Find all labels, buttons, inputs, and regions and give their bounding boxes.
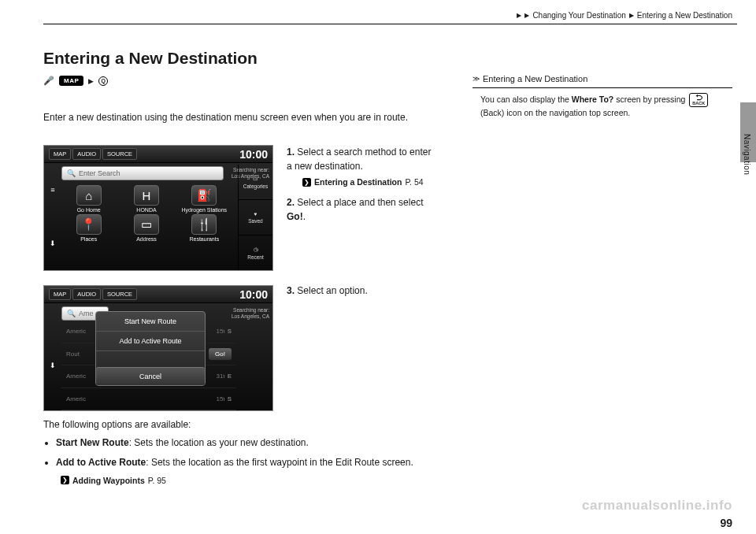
honda-logo-icon: H — [134, 185, 159, 206]
tab-audio[interactable]: AUDIO — [72, 288, 101, 300]
honda-button[interactable]: H HONDA — [119, 185, 173, 213]
list-item[interactable]: Americ 15℩ S — [61, 388, 236, 411]
search-input[interactable]: 🔍 Enter Search — [61, 166, 224, 180]
places-button[interactable]: 📍 Places — [61, 214, 116, 242]
chevron-right-icon: ▶ — [88, 77, 94, 85]
tab-source[interactable]: SOURCE — [102, 148, 137, 160]
section-label: Navigation — [743, 134, 751, 175]
search-icon: 🔍 — [67, 310, 76, 317]
route-popup: Start New Route Add to Active Route Canc… — [95, 311, 206, 386]
restaurants-button[interactable]: 🍴 Restaurants — [177, 214, 232, 242]
recent-button[interactable]: ◷ Recent — [239, 235, 272, 270]
step-1: 1. Select a search method to enter a new… — [287, 145, 436, 173]
search-placeholder: Enter Search — [79, 169, 120, 177]
scroll-down-icon[interactable]: ⬇ — [50, 239, 56, 247]
address-icon: ▭ — [134, 214, 159, 235]
tab-source[interactable]: SOURCE — [102, 288, 137, 300]
add-active-route-button[interactable]: Add to Active Route — [96, 332, 205, 351]
breadcrumb-a: Changing Your Destination — [532, 11, 625, 20]
screenshot-destination-menu: MAP AUDIO SOURCE 10:00 🔍 Enter Search Se… — [43, 145, 273, 271]
tab-map[interactable]: MAP — [49, 148, 71, 160]
saved-button[interactable]: ♥ Saved — [239, 200, 272, 235]
fuel-icon: ⛽ — [191, 185, 217, 206]
search-value: Ame — [79, 310, 94, 317]
screenshot-route-popup: MAP AUDIO SOURCE 10:00 🔍 Ame Searching n… — [43, 285, 273, 411]
link-adding-waypoints[interactable]: ❯ Adding Waypoints P. 95 — [61, 474, 437, 488]
aside-title: Entering a New Destination — [483, 72, 587, 86]
chevron-right-icon: ▶ — [524, 12, 529, 19]
pin-icon: 📍 — [76, 214, 102, 235]
voice-command-row: 🎤 MAP ▶ Q — [43, 76, 108, 86]
start-new-route-button[interactable]: Start New Route — [96, 312, 205, 332]
step-3: 3. Select an option. — [287, 285, 368, 296]
hydrogen-button[interactable]: ⛽ Hydrogen Stations — [177, 185, 232, 213]
food-icon: 🍴 — [191, 214, 217, 235]
aside-body: You can also display the Where To? scree… — [472, 93, 732, 120]
options-lead: The following options are available: — [43, 417, 437, 432]
tab-audio[interactable]: AUDIO — [72, 148, 101, 160]
searching-near: Searching near: Los Angeles, CA — [224, 307, 269, 320]
chevron-right-icon: ▶ — [629, 12, 634, 19]
clock-icon: ◷ — [254, 247, 258, 253]
go-button[interactable]: Go! — [209, 348, 232, 360]
heart-icon: ♥ — [254, 211, 258, 217]
speech-icon: ▭ — [253, 176, 258, 182]
intro-text: Enter a new destination using the destin… — [43, 110, 417, 124]
note-icon: ≫ — [472, 74, 480, 85]
go-home-button[interactable]: ⌂ Go Home — [61, 185, 116, 213]
option-add-active-route: Add to Active Route: Sets the location a… — [56, 455, 437, 487]
address-button[interactable]: ▭ Address — [119, 214, 173, 242]
breadcrumb: ▶ ▶ Changing Your Destination ▶ Entering… — [517, 11, 732, 20]
back-icon: ⮌BACK — [689, 93, 708, 108]
clock: 10:00 — [239, 288, 268, 301]
link-arrow-icon: ❯ — [302, 178, 311, 187]
scroll-down-icon[interactable]: ⬇ — [50, 362, 56, 369]
link-entering-destination[interactable]: ❯ Entering a Destination P. 54 — [302, 176, 436, 189]
map-chip: MAP — [59, 76, 83, 86]
option-start-new-route: Start New Route: Sets the location as yo… — [56, 436, 437, 451]
page-title: Entering a New Destination — [43, 49, 258, 68]
step-2: 2. Select a place and then select Go!. — [287, 195, 436, 224]
search-icon: Q — [98, 76, 108, 86]
link-arrow-icon: ❯ — [61, 476, 69, 484]
chevron-right-icon: ▶ — [517, 12, 521, 19]
breadcrumb-b: Entering a New Destination — [637, 11, 732, 20]
page-number: 99 — [720, 517, 732, 529]
search-icon: 🔍 — [67, 169, 76, 177]
categories-button[interactable]: ▭ Categories — [239, 165, 272, 200]
watermark: carmanualsonline.info — [582, 498, 732, 514]
menu-icon[interactable]: ≡ — [50, 186, 54, 194]
clock: 10:00 — [239, 148, 268, 161]
mic-icon: 🎤 — [43, 76, 54, 86]
home-icon: ⌂ — [76, 185, 102, 206]
tab-map[interactable]: MAP — [49, 288, 71, 300]
cancel-button[interactable]: Cancel — [96, 367, 205, 385]
aside-note: ≫ Entering a New Destination You can als… — [472, 72, 732, 120]
